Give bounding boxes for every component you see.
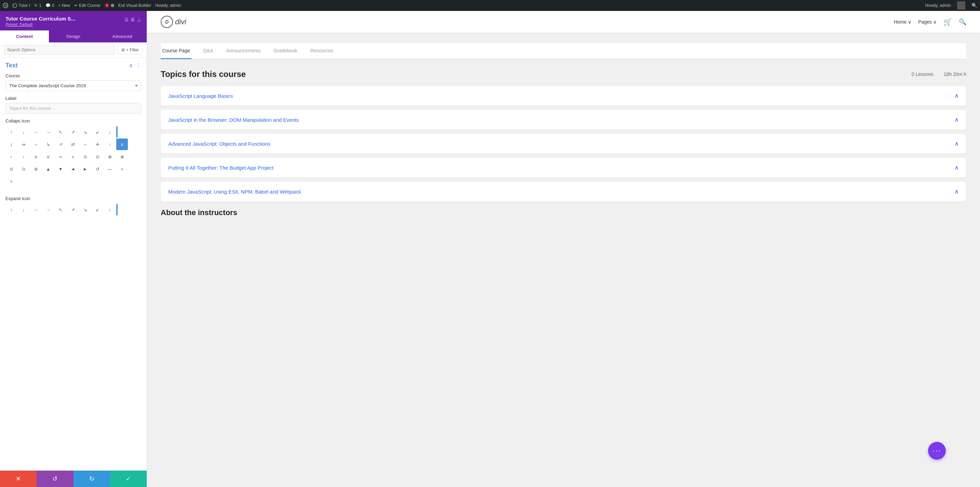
icon-cell[interactable]: ↑ <box>104 138 116 150</box>
icon-cell[interactable]: ↔ <box>30 138 42 150</box>
expand-icon-cell[interactable]: ↙ <box>92 204 103 215</box>
divi-nav: D divi Home ∨ Pages ∨ 🛒 🔍 <box>147 11 980 33</box>
icon-cell[interactable]: › <box>18 151 29 162</box>
collapse-section-icon[interactable]: ∧ <box>129 62 133 69</box>
icon-cell[interactable]: « <box>55 151 66 162</box>
nav-home[interactable]: Home ∨ <box>894 19 911 25</box>
icon-cell[interactable]: ⇄ <box>67 138 79 150</box>
icon-cell[interactable]: ⊙ <box>5 163 17 175</box>
search-options-input[interactable] <box>4 45 115 55</box>
tutor-icon-item[interactable]: T Tutor I <box>12 3 30 8</box>
search-icon-admin[interactable]: 🔍 <box>972 3 977 8</box>
icon-cell-selected[interactable]: ∨ <box>116 138 128 150</box>
topic-name[interactable]: JavaScript Language Basics <box>168 93 233 99</box>
topic-name[interactable]: Modern JavaScript: Using ES6, NPM, Babel… <box>168 189 301 194</box>
responsive-icon[interactable]: ⊡ <box>125 17 128 22</box>
icon-cell[interactable]: ↺ <box>92 163 103 175</box>
tab-announcements[interactable]: Announcements <box>225 43 262 59</box>
icon-cell[interactable]: + <box>116 163 128 175</box>
save-button[interactable]: ✓ <box>110 471 147 487</box>
icon-cell[interactable]: ↨ <box>5 138 17 150</box>
icon-cell[interactable]: ⇔ <box>18 138 29 150</box>
icon-cell[interactable]: ▼ <box>55 163 66 175</box>
chevron-up-icon[interactable]: ∧ <box>955 164 959 171</box>
icon-cell[interactable]: ⊕ <box>104 151 116 162</box>
sidebar-toolbar: ⊞ + Filter <box>0 42 147 58</box>
exit-visual-builder-item[interactable]: Howdy, admin <box>155 3 181 8</box>
icon-cell[interactable]: ‹ <box>5 151 17 162</box>
expand-icon-cell[interactable]: ↑ <box>5 204 17 215</box>
new-item[interactable]: + New <box>59 3 70 8</box>
comment-item[interactable]: 💬 0 <box>46 3 54 8</box>
icon-cell[interactable]: × <box>5 175 17 187</box>
course-select[interactable]: The Complete JavaScript Course 2019 <box>5 80 141 91</box>
expand-icon-cell[interactable]: ↘ <box>80 204 91 215</box>
grid-icon[interactable]: ⊞ <box>131 17 134 22</box>
icon-cell[interactable]: ◄ <box>67 163 79 175</box>
icon-cell[interactable]: ↙ <box>92 126 103 138</box>
topic-name[interactable]: JavaScript in the Browser: DOM Manipulat… <box>168 117 299 123</box>
frontend-builder-item[interactable]: Exit Visual Builder <box>118 3 151 8</box>
tab-resources[interactable]: Resources <box>309 43 335 59</box>
icon-cell[interactable]: ↗ <box>55 138 66 150</box>
tab-advanced[interactable]: Advanced <box>98 30 147 42</box>
expand-icon-cell[interactable]: ↖ <box>55 204 66 215</box>
tab-content[interactable]: Content <box>0 30 49 42</box>
icon-cell[interactable]: — <box>104 163 116 175</box>
cart-icon[interactable]: 🛒 <box>943 18 952 26</box>
icon-cell[interactable]: ✛ <box>92 138 103 150</box>
expand-icon-cell[interactable]: ↕ <box>104 204 116 215</box>
section-menu-icon[interactable]: ⋮ <box>136 62 141 69</box>
chevron-up-icon[interactable]: ∧ <box>955 116 959 123</box>
tab-gradebook[interactable]: Gradebook <box>272 43 299 59</box>
expand-icon-cell[interactable]: → <box>42 204 54 215</box>
refresh-item[interactable]: ↻ 1 <box>34 3 41 8</box>
pencil-icon: ✏ <box>74 3 78 8</box>
icon-cell[interactable]: » <box>67 151 79 162</box>
edit-course-item[interactable]: ✏ Edit Course <box>74 3 100 8</box>
cancel-button[interactable]: ✕ <box>0 471 37 487</box>
icon-cell[interactable]: ← <box>30 126 42 138</box>
dots-icon[interactable]: ⋮ <box>137 17 141 22</box>
icon-cell[interactable]: → <box>42 126 54 138</box>
tab-qa[interactable]: Q&A <box>202 43 215 59</box>
expand-icon-cell[interactable]: ↓ <box>18 204 29 215</box>
icon-cell[interactable]: ↘ <box>80 126 91 138</box>
label-input[interactable] <box>5 103 141 113</box>
icon-cell[interactable]: ⊗ <box>116 151 128 162</box>
topic-name[interactable]: Putting It All Together: The Budget App … <box>168 165 274 171</box>
chevron-up-icon[interactable]: ∧ <box>955 188 959 195</box>
icon-cell[interactable]: ↔ <box>80 138 91 150</box>
admin-avatar[interactable] <box>957 2 965 10</box>
icon-cell[interactable]: ↖ <box>55 126 66 138</box>
expand-icon-cell[interactable]: ↗ <box>67 204 79 215</box>
yoast-item[interactable]: Y <box>105 3 114 8</box>
chevron-up-icon[interactable]: ∧ <box>955 92 959 100</box>
icon-cell[interactable]: ⊙ <box>18 163 29 175</box>
chevron-up-icon[interactable]: ∧ <box>955 140 959 147</box>
expand-icon-grid: ↑ ↓ ← → ↖ ↗ ↘ ↙ ↕ <box>5 204 128 215</box>
icon-cell[interactable]: ⊚ <box>30 163 42 175</box>
icon-cell[interactable]: ↕ <box>104 126 116 138</box>
wp-icon[interactable]: W <box>3 3 8 8</box>
tab-course-page[interactable]: Course Page <box>161 43 191 59</box>
icon-cell[interactable]: ⊙ <box>80 151 91 162</box>
reset-button[interactable]: ↺ <box>37 471 73 487</box>
icon-cell[interactable]: ∧ <box>30 151 42 162</box>
icon-cell[interactable]: ∨ <box>42 151 54 162</box>
nav-pages[interactable]: Pages ∨ <box>918 19 937 25</box>
filter-button[interactable]: ⊞ + Filter <box>118 46 143 54</box>
icon-cell[interactable]: ▲ <box>42 163 54 175</box>
fab-button[interactable]: ··· <box>928 442 946 460</box>
tab-design[interactable]: Design <box>49 30 98 42</box>
icon-cell[interactable]: ↓ <box>18 126 29 138</box>
topic-name[interactable]: Advanced JavaScript: Objects and Functio… <box>168 141 270 147</box>
icon-cell[interactable]: ↳ <box>42 138 54 150</box>
icon-cell[interactable]: ► <box>80 163 91 175</box>
icon-cell[interactable]: ↗ <box>67 126 79 138</box>
redo-button[interactable]: ↻ <box>73 471 110 487</box>
icon-cell[interactable]: ⊙ <box>92 151 103 162</box>
search-icon[interactable]: 🔍 <box>959 18 966 25</box>
icon-cell[interactable]: ↑ <box>5 126 17 138</box>
expand-icon-cell[interactable]: ← <box>30 204 42 215</box>
